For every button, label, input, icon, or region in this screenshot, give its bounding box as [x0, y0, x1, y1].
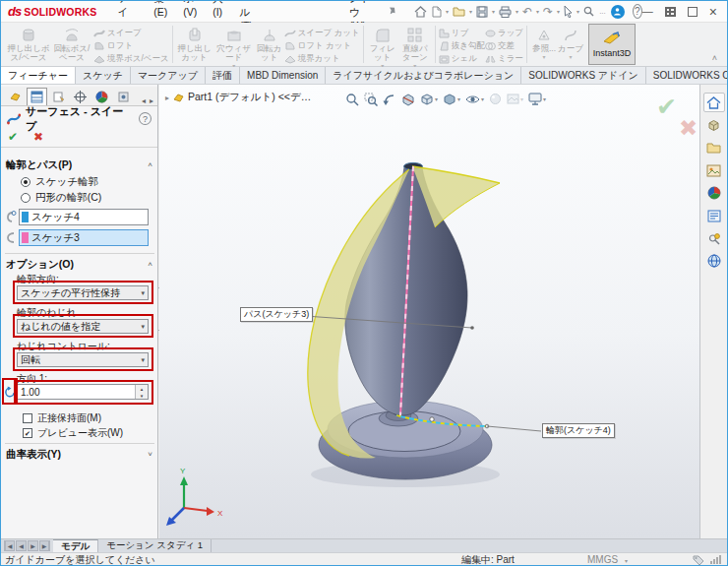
- pm-cancel-button[interactable]: ✖: [33, 130, 43, 147]
- sweep-button[interactable]: スイープ: [93, 28, 169, 39]
- display-style-button[interactable]: ▾: [442, 91, 461, 107]
- feature-tree-tab[interactable]: [5, 88, 26, 105]
- print-caret[interactable]: ▾: [515, 8, 519, 15]
- dimxpert-manager-tab[interactable]: [70, 88, 91, 105]
- spinner-down-icon[interactable]: ▾: [136, 392, 148, 399]
- confirmation-corner-accept[interactable]: ✔: [656, 93, 677, 121]
- show-preview-checkbox-row[interactable]: ✔ プレビュー表示(W): [23, 426, 123, 440]
- performance-bars-icon[interactable]: [710, 555, 721, 564]
- orientation-dropdown[interactable]: スケッチの平行性保持 ▾: [17, 285, 149, 300]
- draft-button[interactable]: 抜き勾配: [439, 40, 485, 52]
- pm-ok-button[interactable]: ✔: [8, 130, 18, 147]
- tab-mbd-dimension[interactable]: MBD Dimension: [240, 67, 326, 84]
- boundary-cut-button[interactable]: 境界カット: [284, 53, 360, 65]
- view-orientation-caret[interactable]: ▾: [435, 95, 438, 102]
- user-account-icon[interactable]: [611, 5, 625, 19]
- tile-windows-button[interactable]: [665, 7, 676, 17]
- extrude-cut-button[interactable]: 押し出しカット: [176, 25, 213, 62]
- unit-system-caret[interactable]: ▾: [625, 557, 628, 564]
- file-explorer-icon[interactable]: [703, 138, 725, 157]
- view-settings-button[interactable]: ▾: [527, 91, 547, 107]
- cam-manager-tab[interactable]: [113, 88, 134, 105]
- profile-callout[interactable]: 輪郭(スケッチ4): [542, 423, 615, 438]
- open-button[interactable]: [451, 3, 467, 21]
- save-caret[interactable]: ▾: [491, 8, 496, 15]
- confirmation-corner-cancel[interactable]: ✖: [679, 115, 698, 142]
- loft-cut-button[interactable]: ロフト カット: [284, 40, 360, 52]
- pm-help-icon[interactable]: ?: [139, 112, 152, 125]
- panel-tabs-forward-arrow[interactable]: ▸: [150, 96, 153, 105]
- section-curvature[interactable]: 曲率表示(Y) ˅: [1, 447, 157, 462]
- boundary-boss-button[interactable]: 境界ボス/ベース: [93, 53, 169, 65]
- shell-button[interactable]: シェル: [439, 53, 485, 65]
- radio-sketch-profile[interactable]: スケッチ輪郭: [21, 175, 98, 189]
- revolve-cut-button[interactable]: 回転カット: [255, 25, 284, 62]
- instant3d-button[interactable]: Instant3D: [588, 24, 636, 65]
- new-document-button[interactable]: [430, 3, 444, 21]
- undo-button[interactable]: ↶: [520, 3, 534, 21]
- merge-tangent-checkbox-row[interactable]: 正接保持面(M): [23, 411, 101, 425]
- section-profile-path-chevron[interactable]: ˄: [148, 160, 152, 169]
- pin-menu-icon[interactable]: [385, 4, 398, 18]
- graphics-viewport[interactable]: Y X ▸ Part1 (デフォルト) <<デ… ▾ ▾ ▾ ▾ ▾: [159, 85, 701, 538]
- section-curvature-chevron[interactable]: ˅: [148, 450, 152, 459]
- solidworks-resources-icon[interactable]: [703, 228, 725, 248]
- close-button[interactable]: ×: [709, 5, 717, 19]
- path-selection-field[interactable]: スケッチ3: [19, 229, 149, 246]
- hole-wizard-button[interactable]: 穴ウィザード ▾: [213, 25, 255, 70]
- feature-tree-flyout[interactable]: ▸ Part1 (デフォルト) <<デ…: [165, 91, 311, 104]
- rib-button[interactable]: リブ: [439, 28, 485, 39]
- section-options[interactable]: オプション(O) ˄: [1, 257, 157, 272]
- minimize-button[interactable]: —: [642, 6, 653, 17]
- configuration-manager-tab[interactable]: [48, 88, 69, 105]
- intersect-button[interactable]: 交差: [485, 40, 523, 52]
- curves-caret[interactable]: ▾: [570, 54, 573, 60]
- model-tab[interactable]: モデル: [53, 539, 98, 552]
- view-settings-caret[interactable]: ▾: [543, 95, 546, 102]
- section-options-chevron[interactable]: ˄: [148, 260, 152, 269]
- search-ellipsis[interactable]: ...: [597, 3, 608, 21]
- home-button[interactable]: [412, 3, 429, 21]
- unit-system-label[interactable]: MMGS: [587, 554, 618, 565]
- save-button[interactable]: [474, 3, 490, 21]
- reference-geometry-button[interactable]: 参照... ▾: [530, 25, 558, 61]
- hide-show-items-button[interactable]: ▾: [464, 91, 485, 107]
- display-manager-tab[interactable]: [91, 88, 112, 105]
- direction1-spinner[interactable]: ▴ ▾: [135, 385, 148, 399]
- maximize-button[interactable]: [688, 7, 698, 17]
- twist-control-dropdown[interactable]: 回転 ▾: [17, 352, 149, 367]
- tab-features[interactable]: フィーチャー: [1, 67, 76, 84]
- tree-expand-icon[interactable]: ▸: [165, 94, 169, 102]
- home-tab-icon[interactable]: [703, 93, 725, 112]
- design-library-icon[interactable]: [703, 115, 725, 135]
- section-view-button[interactable]: [400, 91, 416, 107]
- ribbon-collapse-chevron[interactable]: ˄: [712, 53, 725, 65]
- apply-scene-button[interactable]: ▾: [506, 91, 524, 107]
- previous-view-button[interactable]: [382, 91, 397, 107]
- twist-dropdown[interactable]: ねじれの値を指定 ▾: [17, 319, 149, 334]
- section-profile-path[interactable]: 輪郭とパス(P) ˄: [1, 157, 157, 172]
- select-button[interactable]: [562, 3, 575, 21]
- view-orientation-button[interactable]: ▾: [419, 91, 439, 107]
- tab-addins[interactable]: SOLIDWORKS アドイン: [521, 67, 646, 84]
- tag-icon[interactable]: [693, 555, 704, 565]
- view-palette-icon[interactable]: [703, 160, 725, 180]
- last-tab-button[interactable]: ▶: [39, 540, 50, 551]
- direction1-input[interactable]: 1.00 ▴ ▾: [17, 384, 149, 400]
- profile-selection-field[interactable]: スケッチ4: [19, 209, 149, 225]
- apply-scene-caret[interactable]: ▾: [520, 95, 523, 102]
- 3d-content-central-icon[interactable]: [703, 251, 725, 271]
- tab-lifecycle[interactable]: ライフサイクルおよびコラボレーション: [326, 67, 521, 84]
- undo-caret[interactable]: ▾: [535, 8, 540, 15]
- revolve-boss-button[interactable]: 回転ボス/ベース: [50, 25, 93, 62]
- first-tab-button[interactable]: ◀: [4, 540, 15, 551]
- tab-sketch[interactable]: スケッチ: [76, 67, 131, 84]
- spinner-up-icon[interactable]: ▴: [136, 385, 148, 392]
- appearances-scenes-icon[interactable]: [703, 183, 725, 203]
- radio-circular-profile-circle[interactable]: [21, 193, 30, 203]
- select-caret[interactable]: ▾: [576, 8, 580, 15]
- path-callout[interactable]: パス(スケッチ3): [240, 307, 313, 322]
- tab-evaluate[interactable]: 評価: [206, 67, 240, 84]
- next-tab-button[interactable]: ▶: [28, 540, 38, 551]
- tab-cam[interactable]: SOLIDWORKS CAM: [646, 67, 728, 84]
